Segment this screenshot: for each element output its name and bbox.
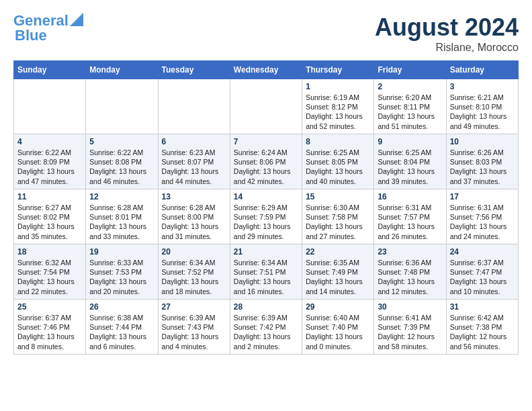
calendar-cell: 16Sunrise: 6:31 AMSunset: 7:57 PMDayligh… [374, 189, 446, 244]
calendar-body: 1Sunrise: 6:19 AMSunset: 8:12 PMDaylight… [14, 79, 519, 355]
week-row-3: 11Sunrise: 6:27 AMSunset: 8:02 PMDayligh… [14, 189, 519, 244]
col-wednesday: Wednesday [230, 61, 302, 79]
calendar-cell: 13Sunrise: 6:28 AMSunset: 8:00 PMDayligh… [158, 189, 230, 244]
week-row-2: 4Sunrise: 6:22 AMSunset: 8:09 PMDaylight… [14, 134, 519, 189]
day-number: 30 [378, 302, 442, 312]
calendar-cell: 10Sunrise: 6:26 AMSunset: 8:03 PMDayligh… [446, 134, 518, 189]
col-friday: Friday [374, 61, 446, 79]
calendar-cell: 1Sunrise: 6:19 AMSunset: 8:12 PMDaylight… [302, 79, 374, 134]
calendar-cell: 18Sunrise: 6:32 AMSunset: 7:54 PMDayligh… [14, 244, 86, 300]
day-number: 29 [306, 302, 370, 312]
day-number: 2 [378, 82, 442, 91]
page-header: General Blue August 2024 Rislane, Morocc… [13, 13, 519, 54]
day-number: 3 [450, 82, 515, 91]
calendar-cell: 7Sunrise: 6:24 AMSunset: 8:06 PMDaylight… [230, 134, 302, 189]
day-number: 7 [234, 137, 298, 146]
day-content: Sunrise: 6:23 AMSunset: 8:07 PMDaylight:… [162, 148, 226, 186]
day-content: Sunrise: 6:27 AMSunset: 8:02 PMDaylight:… [17, 203, 82, 241]
day-number: 13 [162, 192, 226, 201]
calendar-cell: 3Sunrise: 6:21 AMSunset: 8:10 PMDaylight… [446, 79, 518, 134]
logo: General Blue [13, 13, 83, 44]
col-monday: Monday [86, 61, 158, 79]
day-content: Sunrise: 6:26 AMSunset: 8:03 PMDaylight:… [450, 148, 515, 186]
day-number: 23 [378, 247, 442, 257]
day-content: Sunrise: 6:42 AMSunset: 7:38 PMDaylight:… [450, 313, 515, 351]
logo-arrow-icon [70, 13, 83, 26]
day-number: 19 [89, 247, 154, 257]
calendar-cell: 11Sunrise: 6:27 AMSunset: 8:02 PMDayligh… [14, 189, 86, 244]
col-tuesday: Tuesday [158, 61, 230, 79]
day-content: Sunrise: 6:36 AMSunset: 7:48 PMDaylight:… [378, 258, 442, 296]
day-number: 28 [234, 302, 298, 312]
main-title: August 2024 [375, 13, 519, 42]
calendar-cell: 28Sunrise: 6:39 AMSunset: 7:42 PMDayligh… [230, 300, 302, 355]
day-content: Sunrise: 6:20 AMSunset: 8:11 PMDaylight:… [378, 93, 442, 131]
calendar-cell: 21Sunrise: 6:34 AMSunset: 7:51 PMDayligh… [230, 244, 302, 300]
calendar-cell: 5Sunrise: 6:22 AMSunset: 8:08 PMDaylight… [86, 134, 158, 189]
calendar-cell: 26Sunrise: 6:38 AMSunset: 7:44 PMDayligh… [86, 300, 158, 355]
calendar-table: Sunday Monday Tuesday Wednesday Thursday… [13, 60, 519, 355]
day-content: Sunrise: 6:25 AMSunset: 8:05 PMDaylight:… [306, 148, 370, 186]
col-thursday: Thursday [302, 61, 374, 79]
calendar-cell: 24Sunrise: 6:37 AMSunset: 7:47 PMDayligh… [446, 244, 518, 300]
calendar-cell: 23Sunrise: 6:36 AMSunset: 7:48 PMDayligh… [374, 244, 446, 300]
calendar-cell: 8Sunrise: 6:25 AMSunset: 8:05 PMDaylight… [302, 134, 374, 189]
week-row-5: 25Sunrise: 6:37 AMSunset: 7:46 PMDayligh… [14, 300, 519, 355]
day-number: 8 [306, 137, 370, 146]
calendar-cell: 20Sunrise: 6:34 AMSunset: 7:52 PMDayligh… [158, 244, 230, 300]
day-content: Sunrise: 6:32 AMSunset: 7:54 PMDaylight:… [17, 258, 82, 296]
day-number: 6 [162, 137, 226, 146]
day-content: Sunrise: 6:31 AMSunset: 7:57 PMDaylight:… [378, 203, 442, 241]
calendar-cell: 15Sunrise: 6:30 AMSunset: 7:58 PMDayligh… [302, 189, 374, 244]
calendar-cell: 29Sunrise: 6:40 AMSunset: 7:40 PMDayligh… [302, 300, 374, 355]
col-saturday: Saturday [446, 61, 518, 79]
day-content: Sunrise: 6:24 AMSunset: 8:06 PMDaylight:… [234, 148, 298, 186]
week-row-4: 18Sunrise: 6:32 AMSunset: 7:54 PMDayligh… [14, 244, 519, 300]
calendar-cell: 14Sunrise: 6:29 AMSunset: 7:59 PMDayligh… [230, 189, 302, 244]
day-content: Sunrise: 6:22 AMSunset: 8:09 PMDaylight:… [17, 148, 82, 186]
calendar-cell: 30Sunrise: 6:41 AMSunset: 7:39 PMDayligh… [374, 300, 446, 355]
calendar-cell [158, 79, 230, 134]
calendar-cell [86, 79, 158, 134]
day-content: Sunrise: 6:22 AMSunset: 8:08 PMDaylight:… [89, 148, 154, 186]
day-content: Sunrise: 6:25 AMSunset: 8:04 PMDaylight:… [378, 148, 442, 186]
calendar-cell [14, 79, 86, 134]
day-content: Sunrise: 6:39 AMSunset: 7:42 PMDaylight:… [234, 313, 298, 351]
day-number: 21 [234, 247, 298, 257]
day-number: 20 [162, 247, 226, 257]
day-number: 12 [89, 192, 154, 201]
day-number: 11 [17, 192, 82, 201]
day-number: 15 [306, 192, 370, 201]
calendar-cell: 31Sunrise: 6:42 AMSunset: 7:38 PMDayligh… [446, 300, 518, 355]
calendar-cell: 12Sunrise: 6:28 AMSunset: 8:01 PMDayligh… [86, 189, 158, 244]
calendar-header: Sunday Monday Tuesday Wednesday Thursday… [14, 61, 519, 79]
day-content: Sunrise: 6:39 AMSunset: 7:43 PMDaylight:… [162, 313, 226, 351]
day-number: 22 [306, 247, 370, 257]
day-number: 26 [89, 302, 154, 312]
day-content: Sunrise: 6:33 AMSunset: 7:53 PMDaylight:… [89, 258, 154, 296]
day-content: Sunrise: 6:40 AMSunset: 7:40 PMDaylight:… [306, 313, 370, 351]
day-content: Sunrise: 6:37 AMSunset: 7:47 PMDaylight:… [450, 258, 515, 296]
day-number: 14 [234, 192, 298, 201]
day-content: Sunrise: 6:34 AMSunset: 7:52 PMDaylight:… [162, 258, 226, 296]
day-content: Sunrise: 6:34 AMSunset: 7:51 PMDaylight:… [234, 258, 298, 296]
day-content: Sunrise: 6:21 AMSunset: 8:10 PMDaylight:… [450, 93, 515, 131]
day-number: 16 [378, 192, 442, 201]
day-number: 10 [450, 137, 515, 146]
day-number: 24 [450, 247, 515, 257]
day-content: Sunrise: 6:19 AMSunset: 8:12 PMDaylight:… [306, 93, 370, 131]
calendar-cell: 2Sunrise: 6:20 AMSunset: 8:11 PMDaylight… [374, 79, 446, 134]
calendar-cell: 19Sunrise: 6:33 AMSunset: 7:53 PMDayligh… [86, 244, 158, 300]
day-content: Sunrise: 6:28 AMSunset: 8:01 PMDaylight:… [89, 203, 154, 241]
day-number: 17 [450, 192, 515, 201]
header-row: Sunday Monday Tuesday Wednesday Thursday… [14, 61, 519, 79]
calendar-cell [230, 79, 302, 134]
day-number: 5 [89, 137, 154, 146]
day-content: Sunrise: 6:41 AMSunset: 7:39 PMDaylight:… [378, 313, 442, 351]
day-content: Sunrise: 6:38 AMSunset: 7:44 PMDaylight:… [89, 313, 154, 351]
day-content: Sunrise: 6:29 AMSunset: 7:59 PMDaylight:… [234, 203, 298, 241]
day-number: 27 [162, 302, 226, 312]
svg-marker-0 [70, 13, 83, 26]
calendar-cell: 22Sunrise: 6:35 AMSunset: 7:49 PMDayligh… [302, 244, 374, 300]
day-content: Sunrise: 6:28 AMSunset: 8:00 PMDaylight:… [162, 203, 226, 241]
